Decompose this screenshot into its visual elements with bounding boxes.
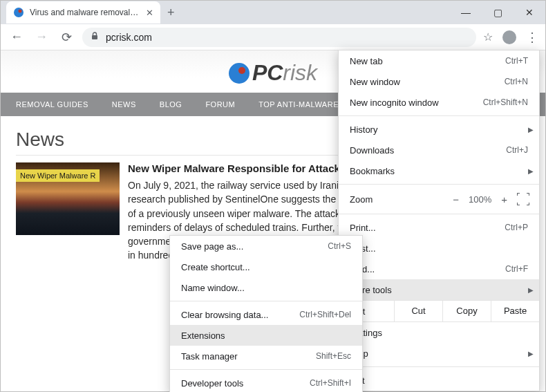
menu-new-window[interactable]: New windowCtrl+N <box>339 71 539 92</box>
menu-exit[interactable]: Exit <box>339 370 539 391</box>
chrome-main-menu: New tabCtrl+T New windowCtrl+N New incog… <box>338 50 540 391</box>
browser-tab[interactable]: Virus and malware removal instru ✕ <box>6 1 160 24</box>
chevron-right-icon: ▶ <box>528 350 534 357</box>
zoom-in-button[interactable]: + <box>501 194 507 205</box>
zoom-label: Zoom <box>339 194 453 205</box>
menu-zoom: Zoom − 100% + <box>339 187 539 211</box>
menu-find[interactable]: Find...Ctrl+F <box>339 259 539 279</box>
logo-text-risk: risk <box>283 60 317 85</box>
menu-kebab-icon[interactable]: ⋮ <box>526 30 538 45</box>
nav-top-antimalware[interactable]: TOP ANTI-MALWARE <box>258 100 339 109</box>
minimize-button[interactable]: — <box>450 1 482 24</box>
titlebar: Virus and malware removal instru ✕ + — ▢… <box>1 1 545 24</box>
submenu-save-page[interactable]: Save page as...Ctrl+S <box>170 236 362 256</box>
edit-cut-button[interactable]: Cut <box>394 300 442 322</box>
forward-button[interactable]: → <box>32 28 50 46</box>
reload-button[interactable]: ⟳ <box>57 28 75 46</box>
article-thumbnail[interactable]: New Wiper Malware R <box>16 162 120 235</box>
menu-edit-row: Edit Cut Copy Paste <box>339 300 539 322</box>
logo-icon <box>229 63 250 84</box>
tab-title: Virus and malware removal instru <box>30 8 140 17</box>
submenu-name-window[interactable]: Name window... <box>170 277 362 298</box>
url-text: pcrisk.com <box>106 32 152 43</box>
submenu-create-shortcut[interactable]: Create shortcut... <box>170 256 362 277</box>
tab-close-icon[interactable]: ✕ <box>146 8 153 18</box>
fullscreen-icon[interactable] <box>517 193 529 205</box>
menu-cast[interactable]: Cast... <box>339 238 539 259</box>
svg-point-0 <box>14 8 23 17</box>
close-window-button[interactable]: ✕ <box>514 1 545 24</box>
nav-blog[interactable]: BLOG <box>160 100 182 109</box>
zoom-value: 100% <box>469 194 491 205</box>
menu-settings[interactable]: Settings <box>339 322 539 343</box>
new-tab-button[interactable]: + <box>167 6 175 20</box>
menu-more-tools[interactable]: More tools▶ <box>339 279 539 300</box>
menu-new-incognito[interactable]: New incognito windowCtrl+Shift+N <box>339 92 539 113</box>
favicon-icon <box>13 7 24 18</box>
edit-paste-button[interactable]: Paste <box>491 300 539 322</box>
zoom-out-button[interactable]: − <box>453 194 459 205</box>
menu-print[interactable]: Print...Ctrl+P <box>339 217 539 238</box>
maximize-button[interactable]: ▢ <box>482 1 514 24</box>
thumbnail-caption: New Wiper Malware R <box>16 169 100 182</box>
more-tools-submenu: Save page as...Ctrl+S Create shortcut...… <box>169 235 363 392</box>
bookmark-star-icon[interactable]: ☆ <box>483 30 493 44</box>
address-bar: ← → ⟳ pcrisk.com ☆ ⋮ <box>1 24 545 50</box>
profile-avatar-icon[interactable] <box>502 30 516 44</box>
chevron-right-icon: ▶ <box>528 126 534 133</box>
submenu-task-manager[interactable]: Task managerShift+Esc <box>170 346 362 366</box>
svg-rect-2 <box>92 35 97 39</box>
chevron-right-icon: ▶ <box>528 286 534 294</box>
lock-icon <box>91 32 99 42</box>
chevron-right-icon: ▶ <box>528 167 534 175</box>
nav-news[interactable]: NEWS <box>112 100 136 109</box>
omnibox[interactable]: pcrisk.com <box>82 28 476 47</box>
svg-point-1 <box>19 10 22 13</box>
menu-downloads[interactable]: DownloadsCtrl+J <box>339 140 539 160</box>
submenu-clear-browsing-data[interactable]: Clear browsing data...Ctrl+Shift+Del <box>170 304 362 325</box>
submenu-developer-tools[interactable]: Developer toolsCtrl+Shift+I <box>170 373 362 392</box>
menu-history[interactable]: History▶ <box>339 119 539 140</box>
menu-help[interactable]: Help▶ <box>339 343 539 364</box>
nav-removal-guides[interactable]: REMOVAL GUIDES <box>16 100 88 109</box>
submenu-extensions[interactable]: Extensions <box>170 325 362 346</box>
logo-text-pc: PC <box>252 60 283 85</box>
nav-forum[interactable]: FORUM <box>205 100 235 109</box>
menu-bookmarks[interactable]: Bookmarks▶ <box>339 160 539 181</box>
edit-copy-button[interactable]: Copy <box>442 300 491 322</box>
menu-new-tab[interactable]: New tabCtrl+T <box>339 50 539 71</box>
back-button[interactable]: ← <box>8 28 26 46</box>
